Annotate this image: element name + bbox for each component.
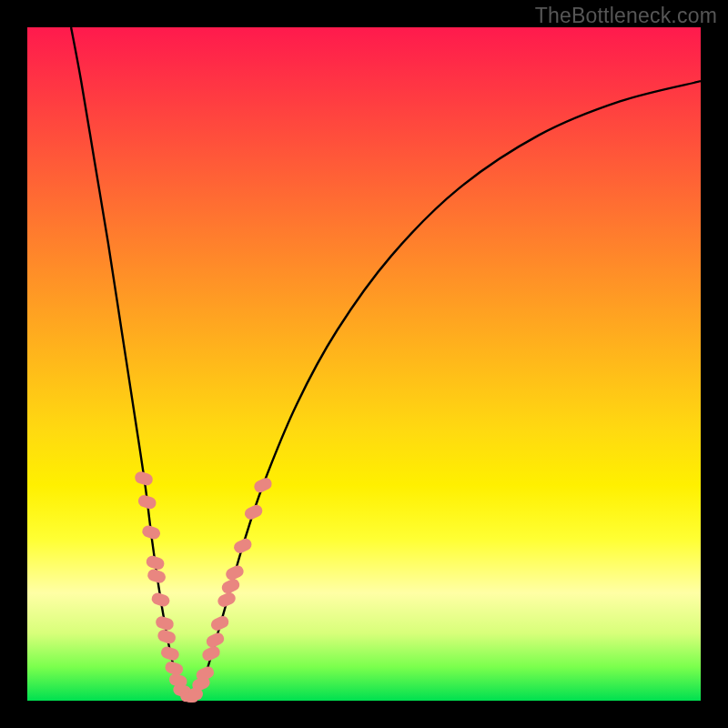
data-marker bbox=[145, 554, 166, 571]
data-marker bbox=[134, 470, 155, 488]
data-marker bbox=[150, 592, 171, 609]
data-marker bbox=[252, 476, 274, 494]
data-marker bbox=[209, 614, 231, 632]
chart-frame: TheBottleneck.com bbox=[0, 0, 728, 728]
data-marker bbox=[136, 493, 157, 511]
data-marker bbox=[147, 568, 167, 585]
data-marker bbox=[157, 628, 177, 645]
data-markers bbox=[134, 470, 274, 703]
curve-layer bbox=[27, 27, 701, 701]
data-marker bbox=[154, 615, 175, 632]
watermark-text: TheBottleneck.com bbox=[535, 4, 717, 28]
plot-area bbox=[27, 27, 701, 701]
data-marker bbox=[232, 537, 254, 555]
data-marker bbox=[243, 503, 265, 521]
data-marker bbox=[159, 645, 180, 662]
data-marker bbox=[205, 631, 227, 649]
data-marker bbox=[224, 563, 246, 581]
data-marker bbox=[141, 524, 162, 541]
